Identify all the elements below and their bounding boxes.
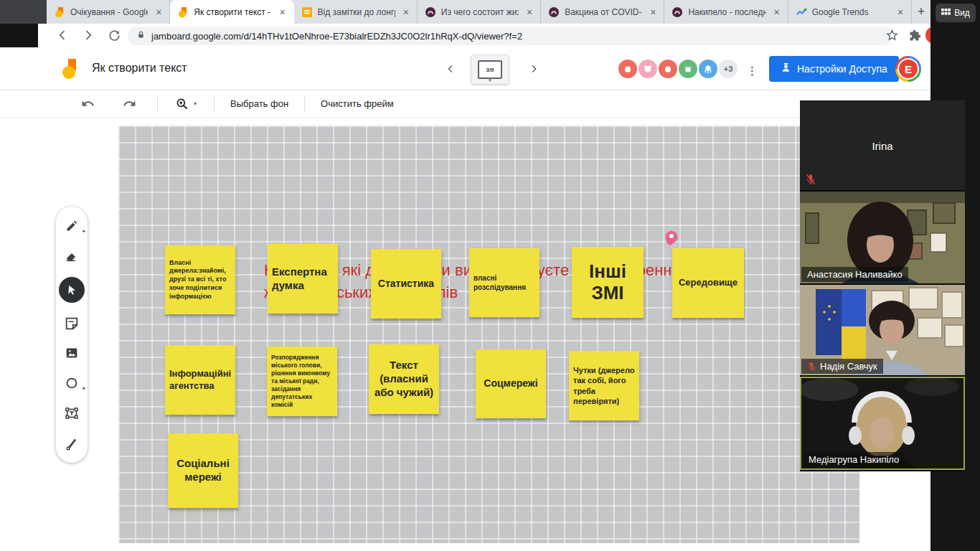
participant-tile[interactable]: Анастасия Наливайко — [800, 192, 965, 283]
participant-name-label: Надія Савчук — [801, 359, 883, 374]
tab-close-icon[interactable] — [400, 6, 412, 18]
jamboard-logo-icon — [62, 57, 79, 83]
url-text: jamboard.google.com/d/14hTHv1tOeNhroe-E7… — [151, 31, 522, 42]
participant-name: Надія Савчук — [820, 361, 877, 372]
lock-icon — [136, 29, 146, 42]
sticky-note[interactable]: Експертна думка — [268, 244, 338, 314]
tool-panel — [56, 207, 88, 463]
toolbar-divider — [157, 97, 158, 111]
share-settings-button[interactable]: Настройки Доступа — [769, 56, 899, 82]
document-title[interactable]: Як створити текст — [92, 62, 187, 75]
sticky-note[interactable]: Середовище — [672, 248, 744, 318]
new-tab-button[interactable] — [912, 1, 930, 22]
participant-tile[interactable]: Надія Савчук — [800, 285, 965, 375]
extensions-puzzle-icon[interactable] — [906, 27, 923, 44]
sticky-note-text: власні розслідування — [473, 273, 535, 293]
jamboard-toolbar: Выбрать фон Очистить фрейм — [0, 90, 930, 118]
sticky-note-tool[interactable] — [62, 314, 81, 333]
jamboard-favicon-icon — [177, 6, 189, 18]
chevron-down-icon — [194, 100, 197, 107]
reload-button[interactable] — [105, 27, 123, 44]
submenu-arrow-icon — [83, 385, 85, 391]
tab-close-icon[interactable] — [647, 6, 659, 18]
laser-tool[interactable] — [62, 434, 81, 453]
animal-avatar-icon — [617, 58, 639, 80]
browser-tab-active[interactable]: Як створити текст - G — [170, 0, 293, 24]
sticky-note[interactable]: Чутки (джерело так собі, його треба пере… — [569, 351, 639, 420]
microphone-muted-icon — [805, 174, 816, 185]
sticky-note[interactable]: Соціальні мережі — [168, 433, 238, 508]
address-bar[interactable]: jamboard.google.com/d/14hTHv1tOeNhroe-E7… — [128, 27, 892, 45]
share-settings-label: Настройки Доступа — [797, 63, 887, 75]
tab-close-icon[interactable] — [771, 6, 783, 18]
chevron-down-icon — [489, 77, 491, 83]
sticky-note[interactable]: Інформаційні агентства — [165, 345, 235, 415]
tab-close-icon[interactable] — [524, 6, 535, 18]
sticky-note[interactable]: Соцмережі — [476, 349, 546, 418]
sticky-note[interactable]: Розпорядження міського голови, рішення в… — [267, 347, 337, 416]
microphone-muted-icon — [807, 362, 816, 371]
toolbar-divider — [214, 97, 215, 111]
eraser-tool[interactable] — [62, 247, 81, 265]
gallery-view-icon — [941, 8, 951, 18]
frame-counter: 3/9 — [478, 60, 502, 79]
jamboard-favicon-icon — [54, 6, 65, 18]
submenu-arrow-icon — [83, 228, 85, 234]
undo-button[interactable] — [68, 93, 107, 115]
participant-tile-active-speaker[interactable]: Медіагрупа Накипіло — [800, 377, 965, 470]
tab-close-icon[interactable] — [277, 6, 288, 18]
pen-tool[interactable] — [62, 217, 81, 235]
browser-tab[interactable]: Накипело - последни — [664, 0, 788, 24]
participant-name-label: Медіагрупа Накипіло — [803, 452, 905, 467]
back-button[interactable] — [54, 27, 71, 44]
participant-tile[interactable]: Irina — [800, 100, 965, 190]
bookmark-star-icon[interactable] — [883, 27, 900, 44]
sticky-note-text: Чутки (джерело так собі, його треба пере… — [573, 365, 635, 406]
zoom-view-button[interactable]: Вид — [936, 4, 976, 22]
participant-name: Irina — [800, 139, 965, 151]
board-menu-kebab-icon[interactable] — [747, 65, 758, 77]
zoom-participants-panel: Irina Анастасия Наливайко — [800, 100, 965, 471]
textbox-tool[interactable] — [62, 404, 81, 423]
sticky-note[interactable]: Текст (власний або чужий) — [369, 344, 439, 414]
next-frame-chevron[interactable] — [525, 60, 542, 77]
browser-tab[interactable]: Google Trends — [788, 0, 912, 24]
clear-frame-button[interactable]: Очистить фрейм — [314, 93, 401, 115]
choose-background-button[interactable]: Выбрать фон — [223, 93, 296, 115]
select-tool-active[interactable] — [59, 277, 85, 303]
jamboard-header: Як створити текст 3/9 +3 Настройки Досту… — [0, 47, 930, 90]
sticky-note-text: Статистика — [375, 278, 437, 291]
sticky-note[interactable]: власні розслідування — [469, 248, 540, 317]
tab-title: Від замітки до лонгрі — [318, 7, 395, 17]
trends-favicon-icon — [796, 6, 807, 18]
browser-navigation-bar: jamboard.google.com/d/14hTHv1tOeNhroe-E7… — [38, 24, 930, 47]
sticky-note-text: Середовище — [677, 277, 740, 288]
sticky-note[interactable]: Власні джерела:знайомі, друзі та всі ті,… — [165, 245, 235, 314]
tab-title: Из чего состоит жизн — [441, 7, 519, 17]
forward-button[interactable] — [80, 27, 97, 44]
toolbar-divider — [304, 97, 305, 111]
shape-tool[interactable] — [62, 374, 81, 392]
redo-button[interactable] — [110, 93, 149, 115]
browser-tab[interactable]: Из чего состоит жизн — [418, 0, 541, 24]
browser-tab-strip: Очікування - Google J Як створити текст … — [47, 0, 930, 24]
browser-tab[interactable]: Вакцина от COVID-19 — [541, 0, 664, 24]
browser-tab[interactable]: Очікування - Google J — [47, 0, 170, 24]
sticky-note[interactable]: Статистика — [371, 249, 441, 319]
sticky-note-text: Власні джерела:знайомі, друзі та всі ті,… — [169, 259, 231, 301]
nakipelo-favicon-icon — [425, 6, 436, 18]
animal-avatar-icon — [697, 58, 719, 80]
participant-name-label: Анастасия Наливайко — [801, 267, 908, 282]
nakipelo-favicon-icon — [672, 6, 683, 18]
sticky-note[interactable]: Інші ЗМІ — [572, 247, 644, 318]
browser-tab[interactable]: Від замітки до лонгрі — [294, 0, 418, 24]
image-tool[interactable] — [62, 344, 81, 362]
collaborator-avatars[interactable]: +3 — [618, 58, 739, 80]
previous-frame-chevron[interactable] — [442, 60, 459, 77]
zoom-tool-button[interactable] — [166, 93, 205, 115]
tab-close-icon[interactable] — [895, 6, 906, 18]
tab-close-icon[interactable] — [153, 6, 164, 18]
tab-title: Вакцина от COVID-19 — [565, 7, 642, 17]
frame-navigator[interactable]: 3/9 — [471, 55, 509, 85]
account-avatar[interactable]: E — [895, 56, 921, 82]
